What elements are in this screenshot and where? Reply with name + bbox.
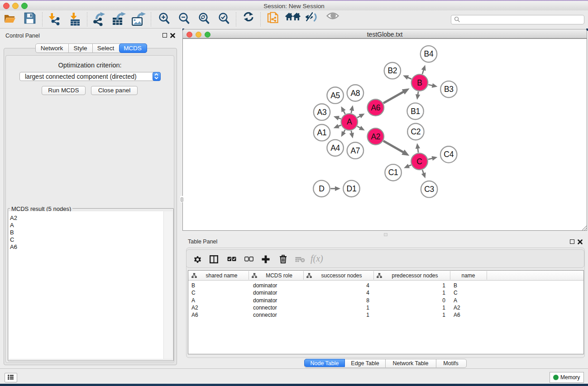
svg-text:A8: A8 — [350, 89, 360, 98]
svg-text:C1: C1 — [388, 168, 398, 177]
svg-text:A5: A5 — [330, 91, 340, 100]
svg-text:A1: A1 — [317, 128, 327, 137]
svg-text:A3: A3 — [317, 108, 327, 117]
svg-text:D1: D1 — [347, 184, 357, 193]
svg-text:D: D — [319, 184, 324, 193]
svg-text:C4: C4 — [444, 150, 454, 159]
svg-text:A6: A6 — [371, 103, 380, 112]
svg-text:B4: B4 — [424, 49, 434, 58]
svg-text:C3: C3 — [424, 185, 434, 194]
svg-text:C: C — [416, 157, 422, 166]
svg-text:A2: A2 — [371, 132, 380, 141]
svg-text:A: A — [347, 117, 352, 126]
svg-text:A4: A4 — [330, 143, 340, 152]
svg-text:B: B — [417, 78, 422, 87]
svg-text:B1: B1 — [411, 107, 420, 116]
svg-text:B2: B2 — [387, 66, 397, 75]
svg-text:C2: C2 — [411, 127, 421, 136]
svg-text:B3: B3 — [444, 85, 454, 94]
svg-text:A7: A7 — [350, 146, 360, 155]
